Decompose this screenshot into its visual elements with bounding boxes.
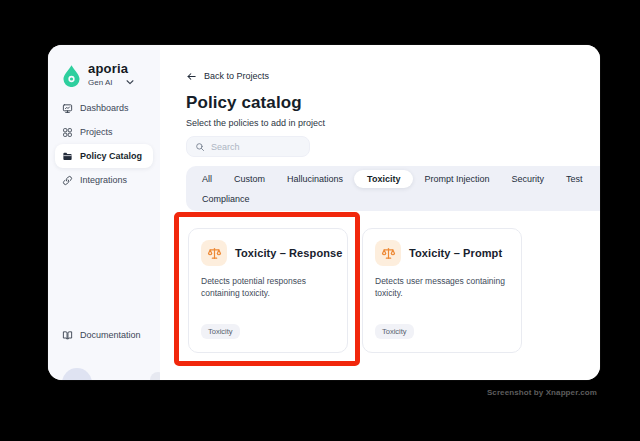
chevron-down-icon[interactable] — [125, 77, 135, 87]
sidebar: aporia Gen AI Dashboards Projects — [48, 45, 160, 380]
sidebar-item-label: Dashboards — [80, 103, 129, 113]
card-tag: Toxicity — [375, 324, 414, 339]
dashboard-icon — [62, 103, 73, 114]
folder-icon — [62, 151, 73, 162]
tab-compliance[interactable]: Compliance — [191, 194, 261, 204]
arrow-left-icon — [186, 71, 197, 82]
tab-all[interactable]: All — [191, 174, 223, 184]
sidebar-item-projects[interactable]: Projects — [55, 120, 153, 144]
search-box[interactable] — [186, 136, 310, 157]
watermark-text: Screenshot by Xnapper.com — [487, 388, 597, 397]
sidebar-item-label: Policy Catalog — [80, 151, 142, 161]
sidebar-item-dashboards[interactable]: Dashboards — [55, 96, 153, 120]
policy-cards: Toxicity – Response Detects potential re… — [188, 228, 600, 353]
sidebar-item-integrations[interactable]: Integrations — [55, 168, 153, 192]
tab-hallucinations[interactable]: Hallucinations — [276, 174, 354, 184]
card-description: Detects potential responses containing t… — [201, 276, 333, 299]
back-link-label: Back to Projects — [204, 71, 269, 81]
book-icon — [62, 330, 73, 341]
grid-icon — [62, 127, 73, 138]
tab-custom[interactable]: Custom — [223, 174, 276, 184]
card-description: Detects user messages containing toxicit… — [375, 276, 507, 299]
workspace-name: Gen AI — [88, 78, 112, 87]
tab-topics[interactable]: Topics — [593, 174, 600, 184]
sidebar-nav: Dashboards Projects Policy Catalog Integ… — [48, 96, 160, 192]
decor-circle — [150, 372, 160, 380]
sidebar-item-label: Integrations — [80, 175, 127, 185]
filter-tabbar: All Custom Hallucinations Toxicity Promp… — [186, 166, 600, 211]
sidebar-item-documentation[interactable]: Documentation — [55, 323, 153, 347]
card-title: Toxicity – Response — [235, 247, 342, 259]
tab-prompt-injection[interactable]: Prompt Injection — [413, 174, 500, 184]
card-tag: Toxicity — [201, 324, 240, 339]
avatar-partial[interactable] — [62, 368, 92, 380]
page-subtitle: Select the policies to add in project — [186, 117, 600, 129]
aporia-logo-icon — [61, 64, 82, 87]
policy-card-toxicity-response[interactable]: Toxicity – Response Detects potential re… — [188, 228, 348, 353]
card-title: Toxicity – Prompt — [409, 247, 502, 259]
search-icon — [195, 142, 205, 152]
tab-toxicity[interactable]: Toxicity — [354, 170, 413, 188]
policy-card-toxicity-prompt[interactable]: Toxicity – Prompt Detects user messages … — [362, 228, 522, 353]
back-to-projects-link[interactable]: Back to Projects — [186, 70, 600, 82]
sidebar-item-label: Documentation — [80, 330, 141, 340]
sidebar-item-policy-catalog[interactable]: Policy Catalog — [55, 144, 153, 168]
brand-name: aporia — [88, 62, 135, 76]
sidebar-item-label: Projects — [80, 127, 113, 137]
link-icon — [62, 175, 73, 186]
search-input[interactable] — [211, 142, 301, 152]
main-content: Back to Projects Policy catalog Select t… — [160, 45, 600, 380]
app-window: aporia Gen AI Dashboards Projects — [48, 45, 600, 380]
scales-icon — [375, 240, 401, 266]
tab-security[interactable]: Security — [500, 174, 555, 184]
brand: aporia Gen AI — [48, 45, 160, 87]
page-title: Policy catalog — [186, 92, 600, 114]
tab-test[interactable]: Test — [555, 174, 594, 184]
scales-icon — [201, 240, 227, 266]
